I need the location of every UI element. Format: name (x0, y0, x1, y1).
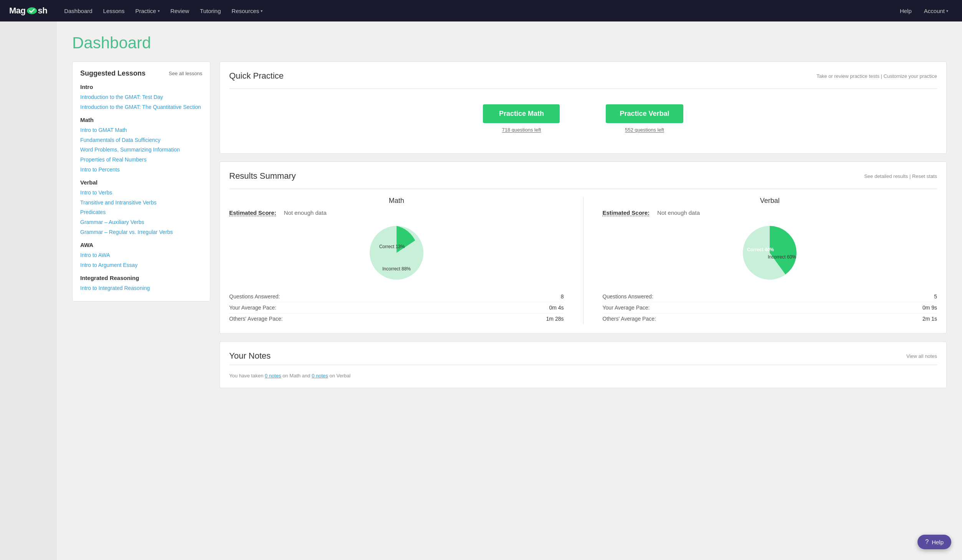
lesson-data-sufficiency[interactable]: Fundamentals of Data Sufficiency (80, 135, 202, 145)
verbal-stats-row-0: Questions Answered: 5 (603, 291, 937, 302)
lesson-intro-awa[interactable]: Intro to AWA (80, 250, 202, 260)
math-stats-table: Questions Answered: 8 Your Average Pace:… (229, 291, 564, 324)
lessons-section-intro: Intro (80, 84, 202, 90)
nav-help[interactable]: Help (895, 5, 916, 17)
see-detailed-results-link[interactable]: See detailed results (864, 173, 908, 179)
results-cols: Math Estimated Score: Not enough data (229, 197, 937, 324)
nav-review[interactable]: Review (166, 5, 194, 17)
quick-practice-header: Quick Practice Take or review practice t… (229, 71, 937, 81)
lesson-intro-gmat-math[interactable]: Intro to GMAT Math (80, 125, 202, 135)
lesson-predicates[interactable]: Predicates (80, 208, 202, 217)
results-col-divider (583, 197, 583, 324)
verbal-pie-container: Correct 40% Incorrect 60% (603, 222, 937, 283)
practice-verbal-button[interactable]: Practice Verbal (606, 104, 683, 123)
practice-dropdown-icon: ▾ (158, 9, 160, 13)
nav-account[interactable]: Account ▾ (919, 5, 953, 17)
help-fab-button[interactable]: ? Help (917, 535, 951, 549)
notes-placeholder: You have taken 0 notes on Math and 0 not… (229, 373, 937, 379)
account-dropdown-icon: ▾ (946, 9, 948, 13)
verbal-incorrect-label: Incorrect 60% (768, 254, 796, 260)
see-all-lessons-link[interactable]: See all lessons (169, 71, 202, 76)
math-col-title: Math (229, 197, 564, 205)
math-stat-key-1: Your Average Pace: (229, 305, 276, 311)
navbar: Mag sh Dashboard Lessons Practice ▾ Revi… (0, 0, 962, 21)
verbal-pie-chart: Correct 40% Incorrect 60% (739, 222, 800, 283)
verbal-correct-label: Correct 40% (747, 247, 774, 252)
math-correct-label: Correct 13% (379, 244, 405, 249)
your-notes-card: Your Notes View all notes You have taken… (220, 341, 947, 388)
customize-link[interactable]: Customize your practice (884, 73, 937, 79)
verbal-stat-key-0: Questions Answered: (603, 293, 653, 300)
svg-point-0 (27, 7, 37, 14)
practice-math-button[interactable]: Practice Math (483, 104, 560, 123)
lessons-section-verbal: Verbal (80, 179, 202, 186)
lesson-intro-ir[interactable]: Intro to Integrated Reasoning (80, 283, 202, 293)
take-review-link[interactable]: Take or review practice tests (817, 73, 879, 79)
results-summary-title: Results Summary (229, 171, 296, 181)
lesson-auxiliary-verbs[interactable]: Grammar – Auxiliary Verbs (80, 217, 202, 227)
nav-lessons[interactable]: Lessons (99, 5, 129, 17)
verbal-col-title: Verbal (603, 197, 937, 205)
verbal-stat-key-2: Others' Average Pace: (603, 316, 656, 322)
math-incorrect-label: Incorrect 88% (382, 266, 411, 272)
reset-stats-link[interactable]: Reset stats (912, 173, 937, 179)
results-summary-card: Results Summary See detailed results | R… (220, 161, 947, 334)
brand-icon (26, 7, 37, 15)
math-stats-row-2: Others' Average Pace: 1m 28s (229, 313, 564, 324)
page-title: Dashboard (72, 34, 947, 52)
nav-practice[interactable]: Practice ▾ (131, 5, 164, 17)
nav-right: Help Account ▾ (895, 5, 953, 17)
lesson-transitive-verbs[interactable]: Transitive and Intransitive Verbs (80, 198, 202, 208)
lesson-percents[interactable]: Intro to Percents (80, 165, 202, 175)
view-all-notes-link[interactable]: View all notes (906, 353, 937, 359)
lesson-argument-essay[interactable]: Intro to Argument Essay (80, 260, 202, 270)
verbal-score-value: Not enough data (657, 209, 700, 216)
math-stats-row-1: Your Average Pace: 0m 4s (229, 302, 564, 313)
lesson-intro-quant[interactable]: Introduction to the GMAT: The Quantitati… (80, 102, 202, 112)
lessons-section-awa: AWA (80, 242, 202, 248)
lesson-irregular-verbs[interactable]: Grammar – Regular vs. Irregular Verbs (80, 227, 202, 237)
nav-resources[interactable]: Resources ▾ (227, 5, 267, 17)
verbal-stat-val-1: 0m 9s (922, 305, 937, 311)
brand-logo[interactable]: Mag sh (9, 6, 47, 16)
lessons-panel: Suggested Lessons See all lessons Intro … (72, 61, 210, 301)
verbal-score-row: Estimated Score: Not enough data (603, 209, 937, 216)
divider-notes (229, 365, 937, 365)
math-stat-val-2: 1m 28s (546, 316, 564, 322)
lesson-intro-test-day[interactable]: Introduction to the GMAT: Test Day (80, 92, 202, 102)
content-row: Suggested Lessons See all lessons Intro … (72, 61, 947, 396)
quick-practice-title: Quick Practice (229, 71, 284, 81)
nav-tutoring[interactable]: Tutoring (195, 5, 225, 17)
divider-quick-practice (229, 89, 937, 89)
math-pie-container: Correct 13% Incorrect 88% (229, 222, 564, 283)
page-container: Dashboard Suggested Lessons See all less… (0, 21, 962, 560)
math-score-label: Estimated Score: (229, 209, 276, 216)
nav-dashboard[interactable]: Dashboard (60, 5, 97, 17)
brand-text-end: sh (38, 6, 48, 16)
verbal-notes-count[interactable]: 0 notes (312, 373, 328, 379)
verbal-stat-val-2: 2m 1s (922, 316, 937, 322)
results-math-col: Math Estimated Score: Not enough data (229, 197, 564, 324)
lesson-word-problems[interactable]: Word Problems, Summarizing Information (80, 145, 202, 155)
lesson-real-numbers[interactable]: Properties of Real Numbers (80, 155, 202, 165)
math-stats-row-0: Questions Answered: 8 (229, 291, 564, 302)
math-score-value: Not enough data (284, 209, 327, 216)
verbal-score-label: Estimated Score: (603, 209, 650, 216)
brand-text-start: Mag (9, 6, 26, 16)
divider-results (229, 189, 937, 189)
practice-buttons-row: Practice Math 718 questions left Practic… (229, 97, 937, 144)
lessons-title: Suggested Lessons (80, 69, 145, 77)
verbal-stats-row-2: Others' Average Pace: 2m 1s (603, 313, 937, 324)
resources-dropdown-icon: ▾ (261, 9, 263, 13)
notes-title: Your Notes (229, 351, 271, 361)
help-fab-label: Help (932, 539, 944, 545)
math-stat-key-0: Questions Answered: (229, 293, 280, 300)
practice-verbal-wrapper: Practice Verbal 552 questions left (606, 104, 683, 133)
sidebar (0, 21, 57, 560)
math-stat-val-0: 8 (561, 293, 564, 300)
math-notes-count[interactable]: 0 notes (265, 373, 281, 379)
verbal-stats-row-1: Your Average Pace: 0m 9s (603, 302, 937, 313)
lesson-intro-verbs[interactable]: Intro to Verbs (80, 188, 202, 198)
practice-math-wrapper: Practice Math 718 questions left (483, 104, 560, 133)
math-score-row: Estimated Score: Not enough data (229, 209, 564, 216)
